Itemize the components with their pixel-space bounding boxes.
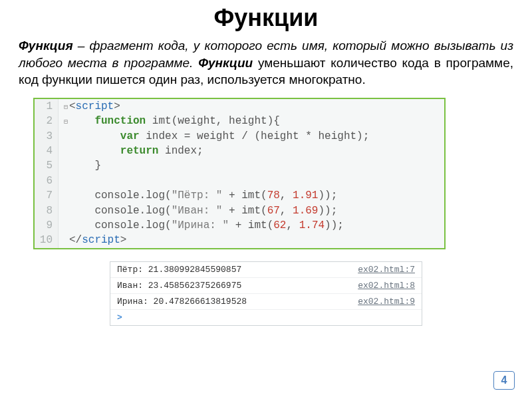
code-line: 4 return index; [35, 144, 444, 158]
line-number: 6 [35, 174, 59, 188]
line-number: 9 [35, 218, 59, 233]
page-title: Функции [0, 4, 532, 32]
line-number: 7 [35, 188, 59, 203]
code-content: console.log("Пётр: " + imt(78, 1.91)); [59, 188, 444, 203]
console-source-link[interactable]: ex02.html:7 [358, 265, 415, 275]
fold-icon: ⊟ [63, 118, 69, 127]
console-source-link[interactable]: ex02.html:8 [358, 281, 415, 291]
code-content: console.log("Ирина: " + imt(62, 1.74)); [59, 218, 444, 233]
fold-icon: ⊟ [63, 103, 69, 112]
code-content: var index = weight / (height * height); [59, 129, 444, 144]
console-row: Ирина: 20.478266613819528ex02.html:9 [110, 294, 422, 310]
line-number: 8 [35, 203, 59, 218]
line-number: 1 [35, 99, 59, 114]
code-content: return index; [59, 144, 444, 158]
console-row: Пётр: 21.380992845590857ex02.html:7 [110, 262, 422, 278]
code-content [59, 174, 444, 188]
page-number-badge: 4 [493, 371, 515, 390]
console-prompt[interactable]: > [110, 310, 422, 325]
code-content: ⊟<script> [59, 99, 444, 114]
console-source-link[interactable]: ex02.html:9 [358, 297, 415, 307]
line-number: 4 [35, 144, 59, 158]
definition-paragraph: Функция – фрагмент кода, у которого есть… [0, 37, 532, 88]
code-line: 1⊟<script> [35, 99, 444, 114]
line-number: 10 [35, 233, 59, 247]
line-number: 2 [35, 114, 59, 128]
console-text: Ирина: 20.478266613819528 [117, 297, 247, 307]
code-line: 10</script> [35, 233, 444, 247]
code-line: 3 var index = weight / (height * height)… [35, 129, 444, 144]
code-line: 6 [35, 174, 444, 188]
code-editor: 1⊟<script>2⊟ function imt(weight, height… [33, 98, 446, 249]
code-content: } [59, 158, 444, 173]
line-number: 5 [35, 158, 59, 173]
code-content: ⊟ function imt(weight, height){ [59, 114, 444, 128]
term: Функция [19, 39, 73, 53]
code-line: 7 console.log("Пётр: " + imt(78, 1.91)); [35, 188, 444, 203]
code-line: 8 console.log("Иван: " + imt(67, 1.69)); [35, 203, 444, 218]
code-line: 2⊟ function imt(weight, height){ [35, 114, 444, 128]
console-text: Иван: 23.458562375266975 [117, 281, 241, 291]
console-row: Иван: 23.458562375266975ex02.html:8 [110, 278, 422, 294]
code-content: </script> [59, 233, 444, 247]
line-number: 3 [35, 129, 59, 144]
code-line: 9 console.log("Ирина: " + imt(62, 1.74))… [35, 218, 444, 233]
code-content: console.log("Иван: " + imt(67, 1.69)); [59, 203, 444, 218]
console-output: Пётр: 21.380992845590857ex02.html:7Иван:… [110, 261, 422, 326]
emph-word: Функции [198, 56, 253, 70]
console-text: Пётр: 21.380992845590857 [117, 265, 241, 275]
code-line: 5 } [35, 158, 444, 173]
